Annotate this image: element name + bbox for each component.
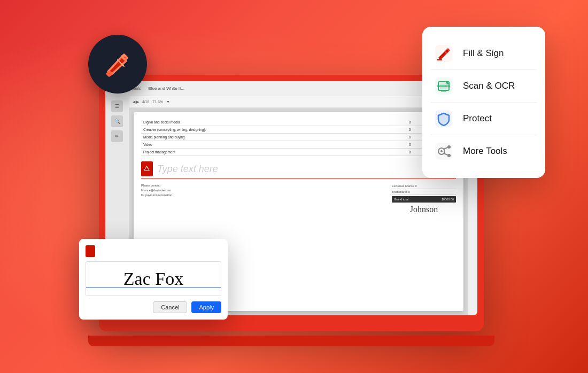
pdf-signature: Johnson [392, 205, 456, 214]
more-tools-icon-box [433, 141, 454, 162]
pdf-totals: Exclusive license 0 Trademarks 0 Grand t… [392, 183, 456, 214]
protect-icon-box [433, 108, 454, 129]
type-placeholder: Type text here [157, 164, 218, 175]
more-tools-icon [434, 142, 453, 161]
sig-canvas: Zac Fox [86, 261, 221, 296]
contact-info: Please contactfinance@dexinote.comfor pa… [141, 183, 386, 214]
sig-text: Zac Fox [123, 270, 183, 288]
document-title: Blue and White II... [148, 86, 184, 91]
acrobat-logo-circle [88, 35, 147, 94]
scan-ocr-label: Scan & OCR [463, 81, 515, 91]
svg-point-12 [440, 150, 443, 152]
pdf-toolbar: Tools Blue and White II... [105, 81, 477, 96]
more-tools-label: More Tools [463, 146, 507, 157]
fill-sign-label: Fill & Sign [463, 48, 504, 59]
menu-panel: Fill & Sign Scan & OCR Protect [422, 27, 545, 178]
protect-label: Protect [463, 113, 492, 124]
acrobat-logo-icon [102, 48, 134, 80]
pdf-type-area[interactable]: Type text here [141, 161, 456, 179]
scan-ocr-icon-box [433, 75, 454, 97]
table-row: Media planning and buying 0 0 [141, 134, 456, 141]
table-row: Creative (concepting, writing, designing… [141, 126, 456, 134]
cancel-button[interactable]: Cancel [153, 301, 187, 313]
grand-total-row: Grand total: $0000.00 [392, 196, 456, 203]
menu-item-scan-ocr[interactable]: Scan & OCR [431, 70, 537, 103]
pdf-table: Digital and social media 0 0 Creative (c… [141, 119, 456, 156]
sidebar-icon-3[interactable]: ✏ [111, 130, 123, 142]
sig-header [86, 245, 221, 257]
grand-total-value: $0000.00 [442, 198, 454, 201]
svg-rect-10 [435, 143, 452, 160]
pdf-bottom-section: Please contactfinance@dexinote.comfor pa… [141, 183, 456, 214]
signature-dialog: Zac Fox Cancel Apply [79, 239, 228, 320]
exclusive-license-row: Exclusive license 0 [392, 183, 456, 189]
pdf-nav-bar: ◀ ▶ 4/18 71.5% ▼ [129, 96, 468, 108]
nav-controls: ◀ ▶ 4/18 71.5% ▼ [133, 100, 170, 104]
table-row: Project management 0 0 [141, 149, 456, 156]
table-row: Video 0 0 [141, 141, 456, 149]
trademarks-row: Trademarks 0 [392, 189, 456, 195]
menu-item-protect[interactable]: Protect [431, 103, 537, 135]
table-row: Digital and social media 0 0 [141, 119, 456, 126]
menu-item-more-tools[interactable]: More Tools [431, 135, 537, 167]
scan-ocr-icon [434, 76, 453, 96]
acrobat-doc-icon [141, 161, 153, 176]
sidebar-icon-2[interactable]: 🔍 [111, 115, 123, 127]
sig-acrobat-icon [86, 245, 95, 257]
svg-point-8 [446, 81, 450, 84]
fill-sign-icon-box [433, 43, 454, 64]
svg-point-16 [447, 154, 451, 157]
protect-icon [434, 109, 453, 128]
sidebar-icon-1[interactable]: ☰ [111, 100, 123, 112]
fill-sign-icon [434, 44, 453, 63]
grand-total-label: Grand total: [394, 198, 409, 201]
svg-point-15 [447, 145, 451, 149]
apply-button[interactable]: Apply [191, 301, 221, 313]
laptop-base [88, 336, 494, 346]
menu-item-fill-sign[interactable]: Fill & Sign [431, 37, 537, 70]
sig-buttons: Cancel Apply [86, 301, 221, 313]
svg-rect-7 [441, 90, 446, 92]
